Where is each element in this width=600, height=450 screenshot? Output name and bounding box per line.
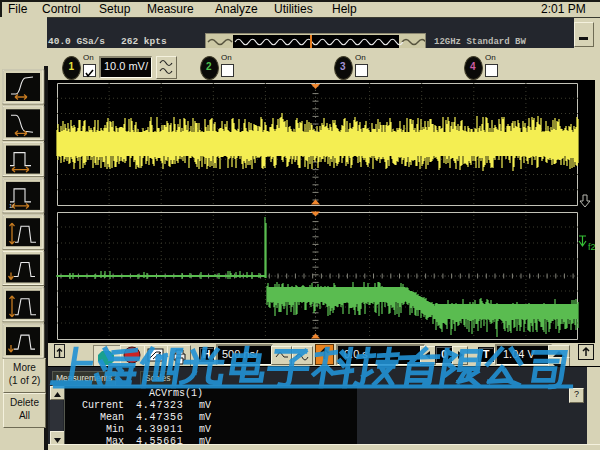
svg-text:f2: f2	[588, 242, 595, 252]
svg-text:1/: 1/	[9, 203, 14, 209]
